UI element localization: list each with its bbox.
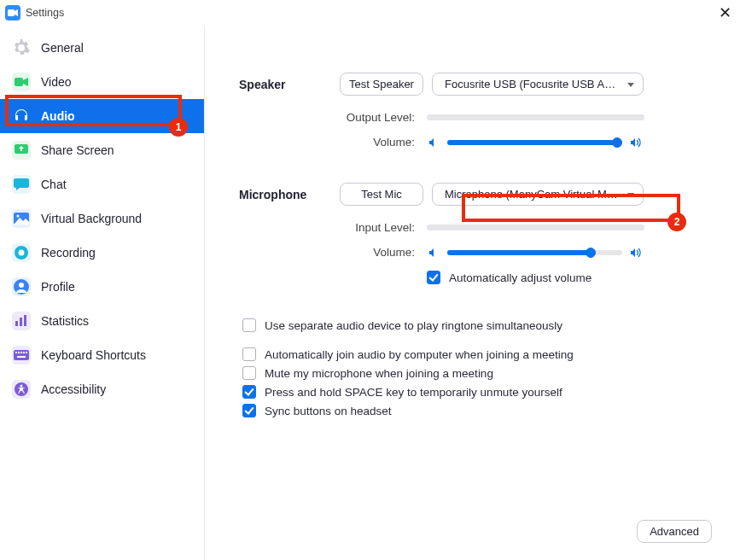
sidebar-item-video[interactable]: Video: [0, 65, 204, 99]
svg-rect-16: [23, 352, 25, 353]
svg-rect-0: [8, 9, 15, 16]
svg-point-20: [20, 385, 23, 388]
mic-volume-slider[interactable]: [447, 250, 622, 255]
profile-icon: [12, 277, 31, 296]
sidebar-item-label: Accessibility: [41, 382, 106, 396]
sidebar-item-general[interactable]: General: [0, 31, 204, 65]
sidebar-item-profile[interactable]: Profile: [0, 270, 204, 304]
recording-icon: [12, 243, 31, 262]
auto-join-audio-checkbox[interactable]: [242, 347, 256, 361]
test-speaker-button[interactable]: Test Speaker: [340, 73, 423, 96]
window-title: Settings: [26, 7, 64, 19]
mute-on-join-checkbox[interactable]: [242, 366, 256, 380]
input-level-label: Input Level:: [239, 221, 427, 234]
svg-rect-10: [20, 318, 22, 326]
share-screen-icon: [12, 141, 31, 160]
output-level-label: Output Level:: [239, 111, 427, 124]
ringtone-device-label: Use separate audio device to play ringto…: [265, 319, 562, 332]
speaker-heading: Speaker: [239, 78, 340, 91]
svg-rect-9: [15, 321, 18, 326]
mic-volume-label: Volume:: [239, 246, 427, 259]
sync-headset-label: Sync buttons on headset: [265, 405, 392, 417]
audio-settings-panel: Speaker Test Speaker Focusrite USB (Focu…: [205, 26, 746, 560]
svg-rect-17: [26, 352, 27, 353]
svg-point-6: [19, 250, 25, 256]
gear-icon: [12, 38, 31, 57]
push-to-talk-checkbox[interactable]: [242, 385, 256, 399]
auto-join-audio-label: Automatically join audio by computer whe…: [265, 348, 574, 361]
advanced-button[interactable]: Advanced: [637, 520, 712, 543]
sidebar-item-label: Video: [41, 75, 72, 89]
push-to-talk-label: Press and hold SPACE key to temporarily …: [265, 386, 562, 399]
microphone-device-dropdown[interactable]: Microphone (ManyCam Virtual M…: [432, 183, 644, 206]
sync-headset-checkbox[interactable]: [242, 404, 256, 417]
headphones-icon: [12, 107, 31, 125]
sidebar-item-chat[interactable]: Chat: [0, 167, 204, 201]
chat-icon: [12, 175, 31, 194]
svg-rect-1: [15, 78, 23, 86]
speaker-volume-label: Volume:: [239, 136, 427, 149]
test-mic-button[interactable]: Test Mic: [340, 183, 423, 206]
sidebar-item-label: Share Screen: [41, 143, 114, 157]
sidebar-item-label: General: [41, 41, 84, 55]
sidebar-item-accessibility[interactable]: Accessibility: [0, 372, 204, 406]
svg-rect-14: [18, 352, 20, 353]
ringtone-device-checkbox[interactable]: [242, 318, 256, 332]
svg-point-4: [17, 215, 20, 218]
speaker-volume-slider[interactable]: [447, 140, 622, 145]
titlebar: Settings ✕: [0, 0, 746, 26]
svg-rect-11: [24, 315, 26, 326]
video-icon: [12, 73, 31, 91]
volume-low-icon: [427, 248, 440, 258]
sidebar-item-label: Virtual Background: [41, 212, 142, 225]
input-level-meter: [427, 225, 644, 230]
svg-rect-15: [20, 352, 22, 353]
zoom-app-icon: [5, 5, 20, 20]
sidebar-item-label: Chat: [41, 178, 67, 191]
sidebar-item-label: Audio: [41, 109, 75, 123]
sidebar-item-keyboard-shortcuts[interactable]: Keyboard Shortcuts: [0, 338, 204, 372]
sidebar-item-label: Keyboard Shortcuts: [41, 348, 146, 362]
sidebar-item-label: Profile: [41, 280, 75, 294]
sidebar-item-audio[interactable]: Audio: [0, 99, 204, 133]
virtual-background-icon: [12, 209, 31, 228]
accessibility-icon: [12, 380, 31, 399]
sidebar: General Video Audio Share Screen Chat: [0, 26, 205, 560]
sidebar-item-label: Statistics: [41, 314, 89, 328]
microphone-section: Microphone Test Mic Microphone (ManyCam …: [239, 183, 712, 284]
svg-rect-12: [14, 350, 29, 360]
sidebar-item-label: Recording: [41, 246, 96, 260]
volume-low-icon: [427, 137, 440, 148]
close-button[interactable]: ✕: [712, 3, 737, 22]
svg-rect-18: [17, 356, 26, 358]
svg-point-8: [19, 283, 24, 288]
keyboard-icon: [12, 346, 31, 365]
sidebar-item-share-screen[interactable]: Share Screen: [0, 133, 204, 167]
mute-on-join-label: Mute my microphone when joining a meetin…: [265, 367, 493, 380]
speaker-section: Speaker Test Speaker Focusrite USB (Focu…: [239, 73, 712, 149]
volume-high-icon: [629, 137, 643, 148]
svg-rect-13: [15, 352, 17, 353]
microphone-heading: Microphone: [239, 188, 340, 201]
sidebar-item-virtual-background[interactable]: Virtual Background: [0, 201, 204, 236]
statistics-icon: [12, 312, 31, 330]
auto-adjust-volume-label: Automatically adjust volume: [449, 271, 592, 284]
volume-high-icon: [629, 248, 643, 258]
output-level-meter: [427, 114, 644, 120]
auto-adjust-volume-checkbox[interactable]: [427, 271, 440, 284]
sidebar-item-recording[interactable]: Recording: [0, 236, 204, 270]
sidebar-item-statistics[interactable]: Statistics: [0, 304, 204, 338]
speaker-device-dropdown[interactable]: Focusrite USB (Focusrite USB Aud…: [432, 73, 644, 96]
